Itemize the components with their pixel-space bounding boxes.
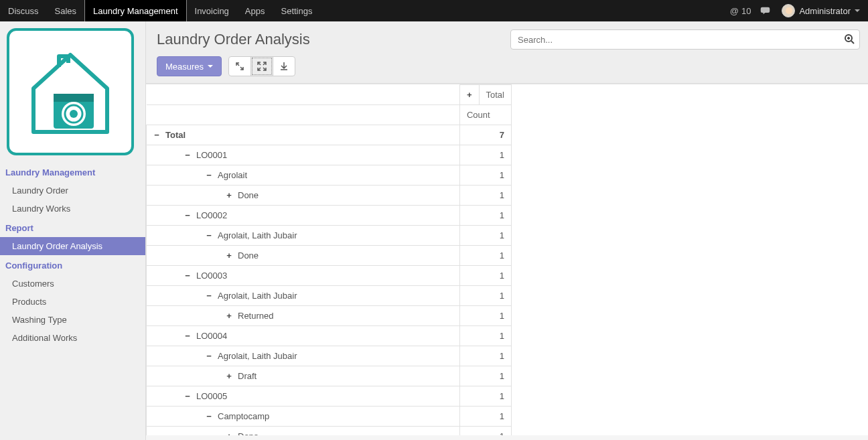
sidebar-item-order-analysis[interactable]: Laundry Order Analysis bbox=[0, 237, 145, 255]
minus-icon bbox=[153, 130, 160, 140]
nav-item-discuss[interactable]: Discuss bbox=[0, 0, 47, 21]
pivot-row[interactable]: LO0005 bbox=[147, 386, 460, 407]
sidebar-item-washing-type[interactable]: Washing Type bbox=[0, 311, 145, 329]
sidebar-item-additional-works[interactable]: Additional Works bbox=[0, 329, 145, 347]
minus-icon bbox=[184, 150, 191, 160]
pivot-row[interactable]: Camptocamp bbox=[147, 407, 460, 427]
avatar bbox=[782, 4, 795, 17]
page-title: Laundry Order Analysis bbox=[157, 31, 310, 48]
top-nav: Discuss Sales Laundry Management Invoici… bbox=[0, 0, 868, 21]
sidebar-item-customers[interactable]: Customers bbox=[0, 275, 145, 293]
sidebar-section-report: Report bbox=[0, 218, 145, 237]
minus-icon bbox=[184, 271, 191, 281]
nav-item-invoicing[interactable]: Invoicing bbox=[187, 0, 237, 21]
pivot-row-label: Done bbox=[238, 431, 259, 435]
expand-arrows-icon bbox=[235, 62, 244, 71]
download-icon bbox=[279, 62, 289, 71]
pivot-row-total[interactable]: Total bbox=[147, 125, 460, 145]
download-button[interactable] bbox=[273, 56, 295, 76]
pivot-row-label: Agrolait, Laith Jubair bbox=[218, 230, 297, 240]
expand-all-button[interactable] bbox=[250, 56, 273, 76]
pivot-corner2 bbox=[147, 105, 460, 125]
pivot-corner bbox=[147, 85, 460, 105]
pivot-col-expand[interactable] bbox=[459, 85, 479, 105]
nav-left: Discuss Sales Laundry Management Invoici… bbox=[0, 0, 320, 21]
pivot-row-value: 1 bbox=[459, 366, 511, 386]
pivot-row-value: 1 bbox=[459, 165, 511, 186]
pivot-row[interactable]: Agrolait bbox=[147, 165, 460, 186]
pivot-row-value: 1 bbox=[459, 186, 511, 206]
flip-axis-button[interactable] bbox=[228, 56, 251, 76]
nav-item-settings[interactable]: Settings bbox=[273, 0, 320, 21]
measures-label: Measures bbox=[165, 62, 204, 72]
plus-icon bbox=[226, 371, 232, 381]
pivot-row[interactable]: Done bbox=[147, 186, 460, 206]
pivot-row[interactable]: Draft bbox=[147, 366, 460, 386]
pivot-row[interactable]: Done bbox=[147, 246, 460, 266]
svg-rect-1 bbox=[54, 94, 94, 102]
pivot-row-label: LO0002 bbox=[196, 210, 227, 220]
pivot-row-value: 1 bbox=[459, 346, 511, 366]
pivot-container[interactable]: Total Count Total 7 LO00011Agrolait1Done… bbox=[146, 84, 868, 435]
svg-line-6 bbox=[851, 41, 854, 44]
search-icon[interactable] bbox=[844, 33, 855, 46]
pivot-row-value: 1 bbox=[459, 266, 511, 286]
sidebar-section-config: Configuration bbox=[0, 255, 145, 275]
minus-icon bbox=[206, 230, 212, 240]
sidebar-item-laundry-order[interactable]: Laundry Order bbox=[0, 181, 145, 200]
chevron-down-icon bbox=[208, 65, 213, 68]
pivot-row-value: 1 bbox=[459, 286, 511, 306]
pivot-row[interactable]: Agrolait, Laith Jubair bbox=[147, 286, 460, 306]
pivot-row-value: 1 bbox=[459, 326, 511, 346]
pivot-row-label: Agrolait bbox=[218, 170, 247, 180]
chevron-down-icon bbox=[855, 9, 860, 12]
minus-icon bbox=[206, 351, 212, 361]
pivot-row[interactable]: Done bbox=[147, 427, 460, 436]
pivot-row-value: 1 bbox=[459, 306, 511, 326]
pivot-row[interactable]: LO0003 bbox=[147, 266, 460, 286]
pivot-row[interactable]: LO0001 bbox=[147, 145, 460, 165]
search-input[interactable] bbox=[510, 29, 860, 50]
sidebar-item-laundry-works[interactable]: Laundry Works bbox=[0, 200, 145, 218]
pivot-row-value: 1 bbox=[459, 407, 511, 427]
pivot-row[interactable]: Returned bbox=[147, 306, 460, 326]
pivot-button-group bbox=[228, 56, 295, 76]
pivot-row-label: Agrolait, Laith Jubair bbox=[218, 351, 297, 361]
messages-count: 10 bbox=[741, 6, 751, 16]
pivot-row-value: 1 bbox=[459, 427, 511, 436]
sidebar-item-products[interactable]: Products bbox=[0, 293, 145, 311]
pivot-col-total[interactable]: Total bbox=[479, 85, 511, 105]
house-washer-icon bbox=[20, 42, 121, 142]
pivot-table: Total Count Total 7 LO00011Agrolait1Done… bbox=[146, 84, 512, 435]
sidebar: Laundry Management Laundry Order Laundry… bbox=[0, 21, 146, 440]
pivot-row-label: LO0001 bbox=[196, 150, 227, 160]
minus-icon bbox=[206, 411, 212, 421]
pivot-row-value: 1 bbox=[459, 386, 511, 407]
sidebar-section-laundry: Laundry Management bbox=[0, 162, 145, 181]
minus-icon bbox=[184, 331, 191, 341]
minus-icon bbox=[184, 210, 191, 220]
nav-item-apps[interactable]: Apps bbox=[237, 0, 273, 21]
minus-icon bbox=[206, 170, 212, 180]
pivot-col-measure[interactable]: Count bbox=[459, 105, 511, 125]
pivot-row-label: Camptocamp bbox=[218, 411, 269, 421]
pivot-row-label: Done bbox=[238, 190, 259, 200]
at-icon: @ bbox=[730, 6, 739, 16]
pivot-row[interactable]: LO0002 bbox=[147, 206, 460, 226]
pivot-row-label: Done bbox=[238, 250, 259, 261]
nav-item-laundry[interactable]: Laundry Management bbox=[84, 0, 186, 21]
nav-right: @ 10 Administrator bbox=[730, 0, 868, 21]
nav-item-sales[interactable]: Sales bbox=[47, 0, 85, 21]
plus-icon bbox=[226, 190, 232, 200]
plus-icon bbox=[226, 250, 232, 261]
pivot-row-label: Returned bbox=[238, 311, 273, 321]
user-menu[interactable]: Administrator bbox=[782, 4, 860, 17]
pivot-row[interactable]: Agrolait, Laith Jubair bbox=[147, 346, 460, 366]
messages-counter[interactable]: @ 10 bbox=[730, 6, 751, 16]
chat-icon[interactable] bbox=[760, 6, 772, 15]
pivot-row[interactable]: LO0004 bbox=[147, 326, 460, 346]
plus-icon bbox=[226, 431, 232, 435]
pivot-row-value: 1 bbox=[459, 206, 511, 226]
measures-button[interactable]: Measures bbox=[157, 56, 222, 76]
pivot-row[interactable]: Agrolait, Laith Jubair bbox=[147, 226, 460, 246]
